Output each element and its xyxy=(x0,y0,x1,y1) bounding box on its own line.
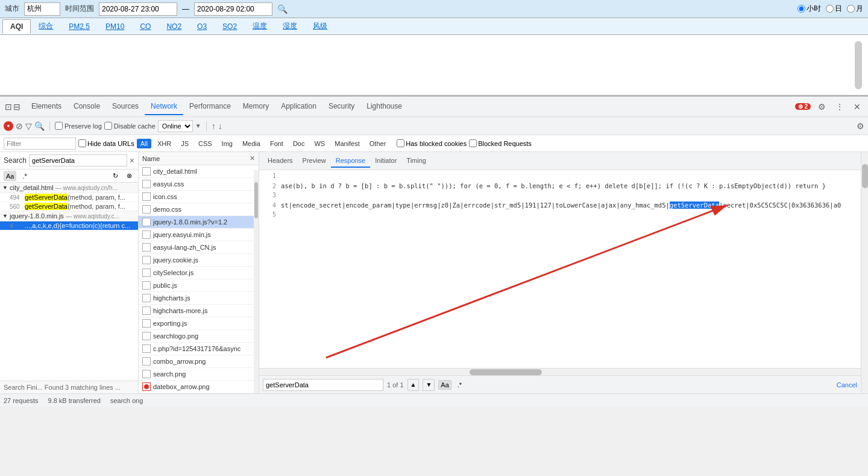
stop-btn[interactable]: ⊘ xyxy=(16,121,23,131)
filter-type-img[interactable]: Img xyxy=(218,139,236,148)
disable-cache-checkbox[interactable] xyxy=(104,122,112,130)
online-dropdown[interactable]: Online xyxy=(158,120,193,132)
nav-tab-pm25[interactable]: PM2.5 xyxy=(61,19,98,34)
tab-memory[interactable]: Memory xyxy=(237,98,275,115)
search-result-4[interactable]: 4 ...,a,c,k,e,d){e=function(c){return c.… xyxy=(0,221,138,230)
download-icon[interactable]: ↓ xyxy=(218,121,222,131)
filter-type-all[interactable]: All xyxy=(137,139,151,148)
file-combo-arrow[interactable]: combo_arrow.png xyxy=(139,355,259,368)
filter-type-manifest[interactable]: Manifest xyxy=(331,139,363,148)
time-end-input[interactable] xyxy=(194,2,272,16)
filter-type-media[interactable]: Media xyxy=(239,139,264,148)
network-settings-icon[interactable]: ⚙ xyxy=(857,121,864,131)
filter-type-other[interactable]: Other xyxy=(366,139,390,148)
search-group-jquery[interactable]: jquery-1.8.0.min.js — www.aqistudy.c... xyxy=(0,211,138,221)
tab-sources[interactable]: Sources xyxy=(106,98,145,115)
nav-tab-comprehensive[interactable]: 综合 xyxy=(31,18,61,34)
devtools-layout-icon[interactable]: ⊟ xyxy=(13,102,20,112)
file-highcharts-more[interactable]: highcharts-more.js xyxy=(139,305,259,317)
filter-type-font[interactable]: Font xyxy=(266,139,287,148)
hide-data-urls-checkbox[interactable] xyxy=(78,139,86,147)
filter-type-doc[interactable]: Doc xyxy=(289,139,309,148)
more-options-icon[interactable]: ⋮ xyxy=(833,101,846,113)
file-public-js[interactable]: public.js xyxy=(139,279,259,292)
file-easyui-lang[interactable]: easyui-lang-zh_CN.js xyxy=(139,241,259,254)
tab-response[interactable]: Response xyxy=(331,154,371,168)
tab-security[interactable]: Security xyxy=(322,98,360,115)
record-btn[interactable]: ● xyxy=(4,121,13,131)
tab-preview[interactable]: Preview xyxy=(298,154,331,168)
nav-tab-temp[interactable]: 温度 xyxy=(245,18,275,34)
devtools-select-icon[interactable]: ⊡ xyxy=(5,102,12,112)
nav-tab-aqi[interactable]: AQI xyxy=(2,19,31,34)
preserve-log-label[interactable]: Preserve log xyxy=(55,122,102,130)
blocked-requests-label[interactable]: Blocked Requests xyxy=(469,139,532,147)
file-search-png[interactable]: search.png xyxy=(139,368,259,381)
close-devtools-icon[interactable]: ✕ xyxy=(851,101,863,113)
file-searchlogo[interactable]: searchlogo.png xyxy=(139,330,259,343)
upload-icon[interactable]: ↑ xyxy=(212,121,216,131)
city-input[interactable] xyxy=(24,2,60,16)
tab-network[interactable]: Network xyxy=(145,98,183,115)
file-list-scrollbar[interactable] xyxy=(254,170,259,393)
nav-tab-wind[interactable]: 风级 xyxy=(305,18,335,34)
filter-input[interactable] xyxy=(4,138,76,150)
filter-type-xhr[interactable]: XHR xyxy=(154,139,175,148)
tab-lighthouse[interactable]: Lighthouse xyxy=(360,98,408,115)
bottom-search-input[interactable] xyxy=(263,379,383,391)
search-result-494[interactable]: 494 getServerData(method, param, f... xyxy=(0,193,138,202)
search-regex-btn[interactable]: .* xyxy=(455,380,464,390)
radio-day[interactable]: 日 xyxy=(826,4,842,14)
file-datebox-arrow[interactable]: datebox_arrow.png xyxy=(139,381,259,393)
preserve-log-checkbox[interactable] xyxy=(55,122,63,130)
nav-tab-no2[interactable]: NO2 xyxy=(159,19,189,34)
radio-hour[interactable]: 小时 xyxy=(797,4,821,14)
radio-month[interactable]: 月 xyxy=(847,4,863,14)
file-highcharts[interactable]: highcharts.js xyxy=(139,292,259,305)
search-group-city-detail[interactable]: city_detail.html — www.aqistudy.cn/h... xyxy=(0,183,138,193)
tab-elements[interactable]: Elements xyxy=(25,98,68,115)
response-horizontal-scrollbar[interactable] xyxy=(259,368,861,375)
tab-initiator[interactable]: Initiator xyxy=(370,154,401,168)
refresh-search-btn[interactable]: ↻ xyxy=(110,171,121,181)
search-result-560[interactable]: 560 getServerData(method, param, f... xyxy=(0,202,138,211)
clear-search-btn[interactable]: ⊗ xyxy=(124,171,134,181)
file-city-detail[interactable]: city_detail.html xyxy=(139,165,259,178)
match-down-btn[interactable]: ▼ xyxy=(423,379,435,391)
file-city-selector[interactable]: citySelector.js xyxy=(139,267,259,279)
filter-toggle-btn[interactable]: ▽ xyxy=(25,121,32,131)
disable-cache-label[interactable]: Disable cache xyxy=(104,122,156,130)
right-edge-scrollbar[interactable] xyxy=(861,152,868,393)
file-demo-css[interactable]: demo.css xyxy=(139,203,259,216)
file-list-close-btn[interactable]: ✕ xyxy=(250,154,255,162)
nav-tab-so2[interactable]: SO2 xyxy=(215,19,245,34)
file-jquery-cookie[interactable]: jquery.cookie.js xyxy=(139,254,259,267)
file-easyui-css[interactable]: easyui.css xyxy=(139,178,259,191)
time-start-input[interactable] xyxy=(99,2,177,16)
filter-type-js[interactable]: JS xyxy=(177,139,192,148)
file-exporting[interactable]: exporting.js xyxy=(139,317,259,330)
tab-performance[interactable]: Performance xyxy=(183,98,237,115)
nav-tab-pm10[interactable]: PM10 xyxy=(98,19,132,34)
settings-icon[interactable]: ⚙ xyxy=(816,101,828,113)
search-close-btn[interactable]: × xyxy=(130,156,134,165)
tab-headers[interactable]: Headers xyxy=(263,154,298,168)
has-blocked-cookies-checkbox[interactable] xyxy=(397,139,404,147)
search-input[interactable] xyxy=(29,154,127,167)
case-sensitive-btn[interactable]: Aa xyxy=(4,171,16,181)
regex-btn[interactable]: .* xyxy=(20,171,29,181)
file-icon-css[interactable]: icon.css xyxy=(139,191,259,203)
tab-application[interactable]: Application xyxy=(275,98,322,115)
file-jquery-min[interactable]: jquery-1.8.0.min.js?v=1.2 xyxy=(139,216,259,229)
nav-tab-humidity[interactable]: 湿度 xyxy=(275,18,305,34)
match-up-btn[interactable]: ▲ xyxy=(407,379,420,391)
search-case-btn[interactable]: Aa xyxy=(438,380,451,390)
has-blocked-cookies-label[interactable]: Has blocked cookies xyxy=(397,139,467,147)
file-c-php[interactable]: c.php?id=1254317176&async xyxy=(139,343,259,355)
chart-scrollbar[interactable] xyxy=(855,41,862,89)
hide-data-urls-label[interactable]: Hide data URLs xyxy=(78,139,134,147)
filter-type-css[interactable]: CSS xyxy=(195,139,216,148)
search-toggle-btn[interactable]: 🔍 xyxy=(34,121,45,131)
time-search-btn[interactable]: 🔍 xyxy=(277,4,288,14)
blocked-requests-checkbox[interactable] xyxy=(469,139,477,147)
